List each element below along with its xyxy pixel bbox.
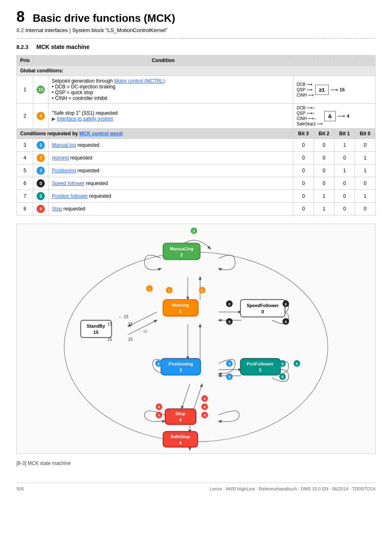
homing-link[interactable]: Homing bbox=[52, 155, 69, 161]
chapter-number: 8 bbox=[16, 8, 25, 25]
svg-text:15: 15 bbox=[128, 337, 133, 342]
svg-text:5: 5 bbox=[259, 368, 261, 372]
svg-rect-12 bbox=[161, 358, 201, 375]
svg-text:PosFollower: PosFollower bbox=[247, 361, 274, 366]
svg-rect-21 bbox=[165, 409, 196, 424]
position-follower-link[interactable]: Position follower bbox=[52, 193, 88, 199]
svg-text:1: 1 bbox=[179, 309, 182, 314]
speed-follower-link[interactable]: Speed follower bbox=[52, 180, 84, 186]
row1-badge-cell: 15 bbox=[33, 76, 48, 104]
col-condition: Condition bbox=[33, 56, 293, 66]
row5-prio: 5 bbox=[17, 164, 33, 177]
row3-bit3: 0 bbox=[293, 139, 314, 152]
row4-badge-cell: 1 bbox=[33, 152, 48, 164]
table-row: 7 5 Position follower requested 0 1 0 1 bbox=[17, 190, 376, 203]
svg-point-33 bbox=[199, 287, 205, 294]
svg-point-59 bbox=[201, 395, 208, 402]
bit3-header: Bit 3 bbox=[293, 129, 314, 139]
chapter-title: Basic drive functions (MCK) bbox=[33, 12, 175, 24]
row7-bit0: 1 bbox=[355, 190, 376, 203]
row7-condition: Position follower requested bbox=[48, 190, 293, 203]
badge-0: 0 bbox=[37, 179, 45, 187]
row8-prio: 8 bbox=[17, 203, 33, 215]
row3-bit2: 0 bbox=[314, 139, 334, 152]
table-row: 1 15 Setpoint generation through Motor c… bbox=[17, 76, 376, 104]
conditions-requested-row: Conditions requested by MCK control word… bbox=[17, 129, 376, 139]
svg-point-39 bbox=[282, 301, 289, 307]
svg-point-63 bbox=[201, 412, 208, 418]
svg-rect-18 bbox=[240, 358, 280, 375]
row4-condition: Homing requested bbox=[48, 152, 293, 164]
row4-bit0: 1 bbox=[355, 152, 376, 164]
chapter-header: 8 Basic drive functions (MCK) bbox=[16, 8, 175, 25]
row8-condition: Stop requested bbox=[48, 203, 293, 215]
positioning-link[interactable]: Positioning bbox=[52, 168, 76, 173]
row3-bit0: 0 bbox=[355, 139, 376, 152]
svg-point-35 bbox=[226, 301, 233, 307]
svg-text:5: 5 bbox=[296, 362, 298, 366]
motor-control-link[interactable]: Motor control (MCTRL) bbox=[114, 78, 165, 84]
bit1-header: Bit 1 bbox=[334, 129, 355, 139]
svg-point-51 bbox=[279, 373, 286, 380]
svg-text:3: 3 bbox=[228, 362, 231, 366]
svg-rect-15 bbox=[240, 300, 285, 317]
svg-text:4: 4 bbox=[204, 397, 206, 401]
row1-condition: Setpoint generation through Motor contro… bbox=[48, 76, 293, 104]
row3-condition: Manual jog requested bbox=[48, 139, 293, 152]
section-line: 8.2 Internal interfaces | System block "… bbox=[16, 27, 175, 33]
row3-badge-cell: 2 bbox=[33, 139, 48, 152]
badge-1: 1 bbox=[37, 154, 45, 162]
row2-prio: 2 bbox=[17, 104, 33, 129]
svg-point-55 bbox=[156, 412, 162, 418]
table-row: 8 4 Stop requested 0 1 0 0 bbox=[17, 203, 376, 215]
svg-point-53 bbox=[294, 360, 300, 367]
svg-point-43 bbox=[155, 360, 162, 367]
row8-bit3: 0 bbox=[293, 203, 314, 215]
bit0-header: Bit 0 bbox=[355, 129, 376, 139]
row7-bit1: 0 bbox=[334, 190, 355, 203]
svg-point-47 bbox=[226, 373, 233, 380]
page-footer: 506 Lenze · 8400 HighLine · Referenzhand… bbox=[16, 483, 376, 491]
row2-condition: "Safe stop 1" (SS1) requested ▶ Interfac… bbox=[48, 104, 293, 129]
svg-text:0: 0 bbox=[228, 320, 231, 324]
svg-text:5: 5 bbox=[281, 362, 284, 366]
col-prio: Prio bbox=[17, 56, 33, 66]
row4-prio: 4 bbox=[17, 152, 33, 164]
badge-4-red: 4 bbox=[37, 205, 45, 213]
page-header: 8 Basic drive functions (MCK) 8.2 Intern… bbox=[16, 8, 376, 33]
table-header-row: Prio Condition bbox=[17, 56, 376, 66]
row4-bit2: 0 bbox=[314, 152, 334, 164]
row6-bit2: 0 bbox=[314, 177, 334, 190]
svg-text:← 15: ← 15 bbox=[119, 314, 129, 319]
col-bit0 bbox=[355, 56, 376, 66]
safety-system-link[interactable]: Interface to safety system bbox=[57, 116, 113, 122]
stop-link[interactable]: Stop bbox=[52, 206, 62, 212]
svg-text:15: 15 bbox=[128, 322, 133, 326]
svg-text:Homing: Homing bbox=[172, 303, 189, 308]
bit2-header: Bit 2 bbox=[314, 129, 334, 139]
svg-text:3: 3 bbox=[157, 362, 159, 366]
row6-badge-cell: 0 bbox=[33, 177, 48, 190]
svg-text:StandBy: StandBy bbox=[87, 324, 106, 328]
row5-bit1: 1 bbox=[334, 164, 355, 177]
svg-point-31 bbox=[166, 287, 173, 294]
table-row: 5 3 Positioning requested 0 0 1 1 bbox=[17, 164, 376, 177]
svg-text:15: 15 bbox=[108, 337, 113, 342]
svg-point-0 bbox=[64, 252, 327, 442]
row1-logic: DCB ⟶ QSP ⟶ CINH ⟶ ≥1 ⟶ 15 bbox=[293, 76, 376, 104]
svg-text:2: 2 bbox=[193, 229, 195, 233]
svg-text:0: 0 bbox=[228, 302, 231, 306]
row8-badge-cell: 4 bbox=[33, 203, 48, 215]
row3-prio: 3 bbox=[17, 139, 33, 152]
svg-text:4: 4 bbox=[179, 440, 182, 445]
svg-rect-24 bbox=[163, 432, 198, 447]
manual-jog-link[interactable]: Manual jog bbox=[52, 142, 76, 148]
diagram-caption: [8-3] MCK state machine bbox=[16, 460, 376, 466]
svg-rect-6 bbox=[163, 300, 198, 316]
svg-text:1: 1 bbox=[148, 287, 150, 291]
mck-control-word-link[interactable]: MCK control word bbox=[79, 131, 122, 136]
svg-text:0: 0 bbox=[285, 320, 287, 324]
badge-4-orange: 4 bbox=[37, 112, 45, 120]
svg-text:3: 3 bbox=[180, 368, 182, 372]
table-row: 6 0 Speed follower requested 0 0 0 0 bbox=[17, 177, 376, 190]
